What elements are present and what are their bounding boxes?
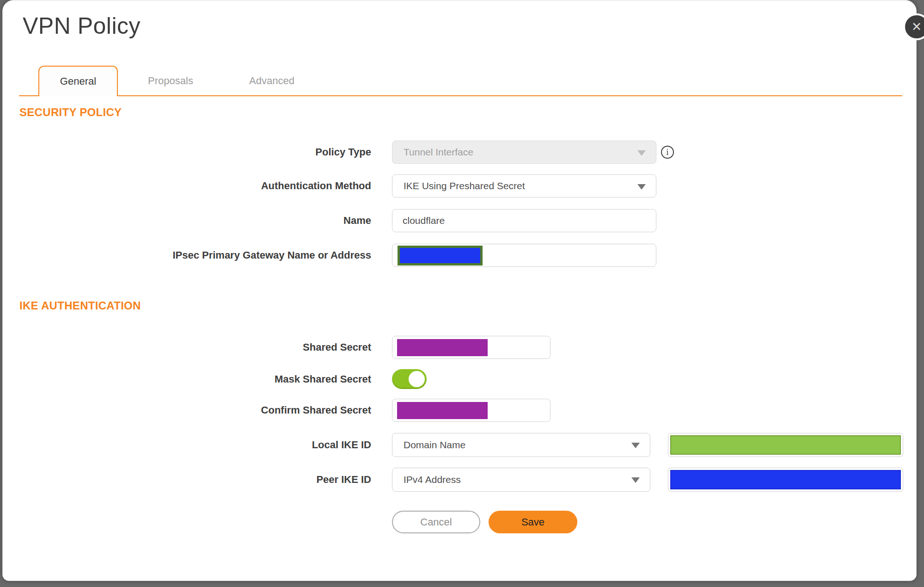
tab-general[interactable]: General — [38, 66, 118, 96]
peer-ike-id-label: Peer IKE ID — [3, 468, 371, 492]
shared-secret-label: Shared Secret — [3, 336, 371, 359]
tab-proposals[interactable]: Proposals — [140, 66, 201, 96]
gateway-row: IPsec Primary Gateway Name or Address — [3, 244, 917, 267]
local-ike-id-type-value: Domain Name — [404, 439, 465, 451]
peer-ike-id-type-value: IPv4 Address — [404, 474, 461, 485]
confirm-shared-secret-row: Confirm Shared Secret — [3, 399, 917, 422]
gateway-label: IPsec Primary Gateway Name or Address — [3, 244, 371, 267]
cancel-button[interactable]: Cancel — [392, 511, 480, 533]
authentication-method-label: Authentication Method — [3, 174, 371, 198]
chevron-down-icon — [637, 150, 646, 156]
confirm-shared-secret-input[interactable] — [392, 399, 551, 422]
shared-secret-redacted-value — [397, 339, 488, 356]
policy-type-select: Tunnel Interface — [392, 141, 656, 164]
authentication-method-value: IKE Using Preshared Secret — [404, 180, 525, 192]
peer-ike-id-value-input[interactable] — [668, 468, 903, 492]
tab-bar: General Proposals Advanced — [19, 66, 902, 96]
name-row: Name — [3, 209, 917, 232]
tab-advanced-label: Advanced — [249, 75, 294, 87]
shared-secret-row: Shared Secret — [3, 336, 917, 359]
chevron-down-icon — [637, 184, 646, 190]
local-ike-id-redacted-value — [670, 435, 901, 455]
authentication-method-row: Authentication Method IKE Using Preshare… — [3, 174, 917, 198]
toggle-knob — [409, 371, 425, 387]
chevron-down-icon — [631, 443, 640, 448]
peer-ike-id-select[interactable]: IPv4 Address — [392, 468, 650, 492]
save-button[interactable]: Save — [489, 511, 577, 533]
authentication-method-select[interactable]: IKE Using Preshared Secret — [392, 174, 656, 198]
local-ike-id-label: Local IKE ID — [3, 433, 371, 457]
confirm-shared-secret-redacted-value — [397, 402, 488, 419]
local-ike-id-select[interactable]: Domain Name — [392, 433, 650, 457]
mask-shared-secret-row: Mask Shared Secret — [3, 369, 917, 389]
shared-secret-input[interactable] — [392, 336, 551, 359]
policy-type-value: Tunnel Interface — [404, 147, 473, 158]
peer-ike-id-redacted-value — [670, 470, 901, 489]
modal-backdrop: VPN Policy General Proposals Advanced SE… — [0, 0, 924, 587]
policy-type-row: Policy Type Tunnel Interface i — [3, 141, 917, 164]
chevron-down-icon — [631, 477, 640, 483]
name-label: Name — [3, 209, 371, 232]
tab-proposals-label: Proposals — [148, 75, 193, 87]
mask-shared-secret-toggle[interactable] — [392, 369, 427, 389]
vpn-policy-dialog: VPN Policy General Proposals Advanced SE… — [2, 0, 917, 581]
confirm-shared-secret-label: Confirm Shared Secret — [3, 399, 371, 422]
info-icon[interactable]: i — [661, 146, 674, 159]
tab-advanced[interactable]: Advanced — [241, 66, 302, 96]
gateway-input[interactable] — [392, 244, 656, 267]
policy-type-label: Policy Type — [3, 141, 371, 164]
peer-ike-id-row: Peer IKE ID IPv4 Address — [3, 468, 917, 492]
tab-general-label: General — [60, 75, 96, 87]
gateway-redacted-value — [398, 246, 483, 266]
local-ike-id-value-input[interactable] — [668, 433, 903, 457]
name-input[interactable] — [392, 209, 656, 232]
mask-shared-secret-label: Mask Shared Secret — [3, 369, 371, 389]
page-title: VPN Policy — [23, 12, 141, 39]
dialog-actions: Cancel Save — [3, 511, 917, 533]
ike-authentication-heading: IKE AUTHENTICATION — [19, 299, 141, 312]
security-policy-heading: SECURITY POLICY — [19, 106, 122, 119]
local-ike-id-row: Local IKE ID Domain Name — [3, 433, 917, 457]
